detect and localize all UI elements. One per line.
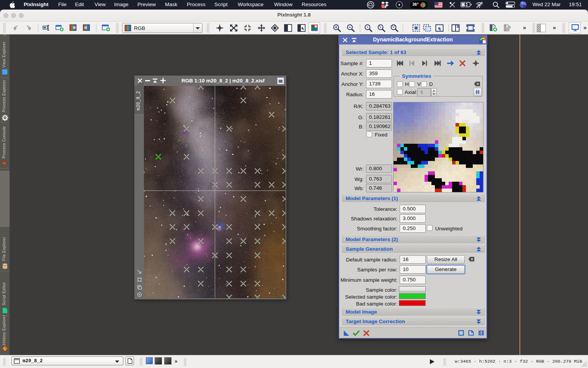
svg-text:1: 1 (382, 5, 384, 8)
